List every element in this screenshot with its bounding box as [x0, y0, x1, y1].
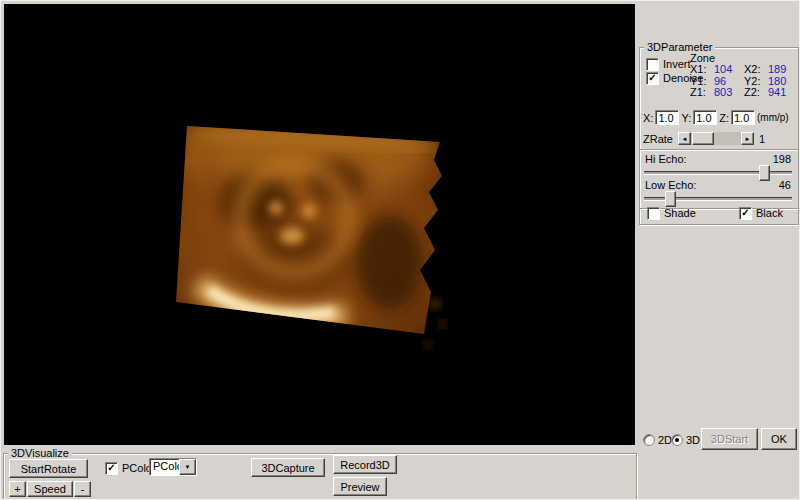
black-checkbox-box: ✓: [739, 207, 752, 220]
y-scale-label: Y:: [681, 112, 691, 124]
echo-groupbox: Hi Echo: 198 Low Echo: 46: [639, 149, 799, 209]
check-icon: ✓: [741, 208, 749, 218]
pcolor-dropdown[interactable]: PColor ▼: [149, 458, 197, 476]
hi-echo-value: 198: [773, 153, 791, 165]
hi-echo-label: Hi Echo:: [645, 153, 687, 165]
y-scale-input[interactable]: [693, 110, 717, 125]
ok-button[interactable]: OK: [761, 428, 797, 450]
start-3d-button[interactable]: 3DStart: [701, 428, 758, 450]
low-echo-slider[interactable]: [644, 191, 792, 205]
speed-plus-button[interactable]: +: [9, 481, 26, 497]
pcolor-checkbox-box: ✓: [105, 462, 118, 475]
radio-circle: [643, 434, 655, 446]
zrate-label: ZRate: [643, 133, 673, 145]
zone-values: X1: 104 X2: 189 Y1: 96 Y2: 180 Z1: 803 Z…: [690, 64, 798, 99]
capture-3d-button[interactable]: 3DCapture: [251, 458, 325, 477]
shade-label: Shade: [664, 207, 696, 219]
zrate-scrollbar-thumb[interactable]: [692, 132, 714, 145]
speed-minus-button[interactable]: -: [74, 481, 91, 497]
mode-3d-radio[interactable]: 3D: [671, 434, 700, 446]
ultrasound-volume-image: [4, 4, 635, 445]
scroll-right-arrow-icon[interactable]: ►: [741, 132, 754, 145]
shade-checkbox-box: ✓: [647, 207, 660, 220]
zrate-value: 1: [759, 133, 765, 145]
invert-label: Invert: [663, 58, 691, 70]
shade-checkbox[interactable]: ✓ Shade: [647, 207, 696, 219]
x-scale-input[interactable]: [655, 110, 679, 125]
black-label: Black: [756, 207, 783, 219]
zone-z1-label: Z1:: [690, 87, 714, 99]
low-echo-value: 46: [779, 179, 791, 191]
zone-z2-value: 941: [768, 87, 798, 99]
start-rotate-button[interactable]: StartRotate: [9, 459, 88, 478]
zone-section: Zone X1: 104 X2: 189 Y1: 96 Y2: 180 Z1: …: [690, 52, 798, 99]
check-icon: ✓: [107, 463, 115, 473]
zone-x1-label: X1:: [690, 64, 714, 76]
mode-3d-label: 3D: [686, 434, 700, 446]
low-echo-label: Low Echo:: [645, 179, 696, 191]
voxel-scale-row: X: Y: Z: (mm/p): [643, 110, 789, 125]
zrate-row: ZRate ◄ ► 1: [643, 132, 765, 145]
mode-2d-label: 2D: [658, 434, 672, 446]
x-scale-label: X:: [643, 112, 653, 124]
speed-button[interactable]: Speed: [27, 481, 73, 497]
z-scale-label: Z:: [719, 112, 729, 124]
z-scale-input[interactable]: [731, 110, 755, 125]
zone-x2-label: X2:: [744, 64, 768, 76]
preview-button[interactable]: Preview: [333, 477, 387, 496]
pcolor-dropdown-value: PColor: [150, 459, 179, 475]
scroll-left-arrow-icon[interactable]: ◄: [678, 132, 691, 145]
hi-echo-slider[interactable]: [644, 165, 792, 179]
invert-checkbox-box: ✓: [646, 58, 659, 71]
zone-z2-label: Z2:: [744, 87, 768, 99]
render-viewport[interactable]: [4, 4, 635, 445]
radio-circle: [671, 434, 683, 446]
mode-2d-radio[interactable]: 2D: [643, 434, 672, 446]
ultrasound-3d-app: 3DParameter ✓ Invert ✓ Denoise Zone X1: …: [0, 0, 800, 500]
zone-x1-value: 104: [714, 64, 744, 76]
check-icon: ✓: [648, 73, 656, 83]
hi-echo-slider-thumb[interactable]: [759, 165, 770, 181]
scale-unit-label: (mm/p): [757, 112, 789, 123]
zone-z1-value: 803: [714, 87, 744, 99]
record-3d-button[interactable]: Record3D: [333, 455, 397, 474]
parameter-panel: 3DParameter ✓ Invert ✓ Denoise Zone X1: …: [637, 1, 800, 500]
invert-checkbox[interactable]: ✓ Invert: [646, 58, 691, 70]
visualize-groupbox-title: 3DVisualize: [8, 446, 72, 460]
zrate-scrollbar-track[interactable]: [691, 132, 741, 145]
zrate-scrollbar[interactable]: ◄ ►: [678, 132, 754, 145]
zone-x2-value: 189: [768, 64, 798, 76]
denoise-checkbox-box: ✓: [646, 72, 659, 85]
dropdown-arrow-icon[interactable]: ▼: [179, 459, 196, 475]
low-echo-slider-thumb[interactable]: [665, 191, 676, 207]
black-checkbox[interactable]: ✓ Black: [739, 207, 783, 219]
